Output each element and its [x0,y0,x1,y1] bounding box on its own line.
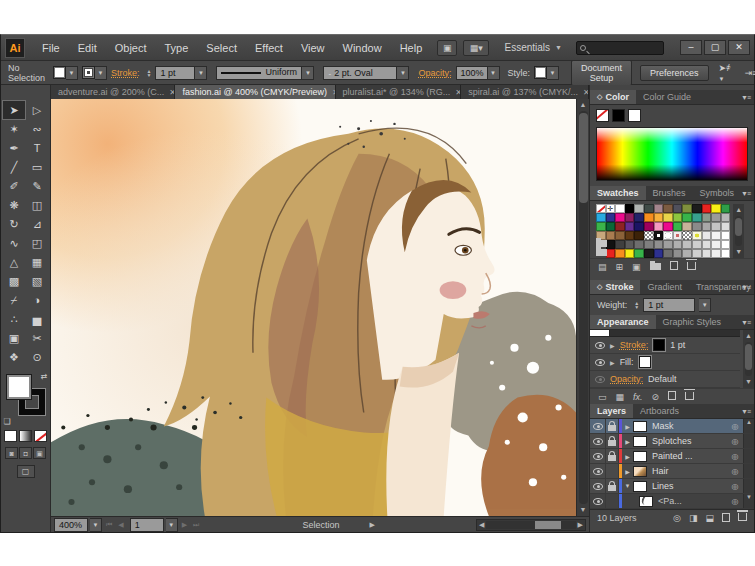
status-menu-icon[interactable]: ▶ [370,521,375,529]
brush-definition-control[interactable]: Uniform▼ [216,66,314,80]
swatch[interactable] [654,213,664,222]
canvas[interactable] [51,99,576,516]
swatch-pattern[interactable] [673,231,683,240]
layer-thumbnail[interactable] [633,466,647,477]
fill-stroke-indicator[interactable]: ⇄ ❏ [4,372,48,426]
swatch[interactable] [615,249,625,258]
blob-brush-tool[interactable]: ❋ [3,196,25,214]
swatch[interactable] [721,213,731,222]
swatch[interactable] [615,240,625,249]
layer-name[interactable]: <Pa... [658,496,727,506]
menu-item-view[interactable]: View [292,36,334,60]
locate-object-icon[interactable]: ◎ [673,513,681,523]
swatch[interactable] [721,249,731,258]
swatch[interactable] [711,231,721,240]
document-tab[interactable]: fashion.ai @ 400% (CMYK/Preview)✕ [175,85,335,99]
swatches-scrollbar[interactable]: ▲▼ [733,204,744,258]
clear-appearance-icon[interactable]: ⊘ [652,392,660,402]
panel-menu-icon[interactable]: ▼≡ [741,319,750,326]
swatch[interactable] [711,249,721,258]
document-tab[interactable]: spiral.ai @ 137% (CMYK/...✕ [461,85,589,99]
appearance-row[interactable]: Opacity:Default [590,371,740,388]
gradient-mode-button[interactable] [19,430,32,442]
perspective-grid-tool[interactable]: ▦ [26,253,48,271]
swatch-none[interactable] [596,204,606,213]
delete-item-icon[interactable] [685,392,694,402]
layer-name[interactable]: Lines [652,481,727,491]
arrange-documents-icon[interactable]: ▦▾ [463,40,489,56]
paintbrush-tool[interactable]: ✐ [3,177,25,195]
lock-cell[interactable] [606,464,619,478]
target-icon[interactable]: ◎ [727,437,743,446]
expand-icon[interactable]: ▶ [622,468,633,475]
column-graph-tool[interactable]: ▅ [26,310,48,328]
maximize-button[interactable]: ▢ [704,40,726,55]
duplicate-item-icon[interactable] [668,391,676,402]
last-artboard-icon[interactable]: ⏭ [191,521,201,529]
new-sublayer-icon[interactable]: ⬓ [705,513,714,523]
swatch-libraries-menu-icon[interactable]: ▤ [598,262,607,272]
menu-item-object[interactable]: Object [106,36,156,60]
draw-behind-button[interactable]: ◘ [19,447,32,459]
layer-row[interactable]: ▼Lines◎ [590,479,754,494]
preferences-button[interactable]: Preferences [640,65,709,81]
tab-color[interactable]: Color [590,90,636,104]
collapse-control-bar-icon[interactable]: ⇥≡ [745,68,755,78]
swatch[interactable] [682,249,692,258]
color-spectrum[interactable] [596,127,748,181]
swatch[interactable] [682,204,692,213]
swatch[interactable] [682,222,692,231]
swatch-pattern[interactable] [682,231,692,240]
swatch[interactable] [673,213,683,222]
swatch[interactable] [634,204,644,213]
swatch-pattern[interactable] [692,231,702,240]
tab-color-guide[interactable]: Color Guide [636,90,698,104]
add-new-fill-icon[interactable]: ▦ [616,392,625,402]
type-tool[interactable]: T [26,139,48,157]
target-icon[interactable]: ◎ [727,422,743,431]
color-trio-swatch[interactable] [628,109,641,122]
swatch[interactable] [625,213,635,222]
tab-graphic-styles[interactable]: Graphic Styles [656,315,729,329]
color-mode-button[interactable] [4,430,17,442]
vertical-scroll-track[interactable] [579,111,588,504]
swatch[interactable] [634,213,644,222]
layer-row[interactable]: <Pa...◎▼ [590,494,754,509]
stroke-color-control[interactable]: ▼ [82,66,107,80]
tab-stroke[interactable]: Stroke [590,280,640,294]
add-new-stroke-icon[interactable]: ▭ [598,392,607,402]
swatch[interactable] [673,240,683,249]
swatch[interactable] [682,213,692,222]
layer-row[interactable]: ▶Splotches◎ [590,434,754,449]
go-to-bridge-icon[interactable]: ▣ [437,40,457,56]
make-clipping-mask-icon[interactable]: ◨ [689,513,698,523]
delete-selection-icon[interactable] [738,513,747,523]
swatch[interactable] [721,204,731,213]
tab-layers[interactable]: Layers [590,404,633,418]
eyedropper-tool[interactable]: ⌿ [3,291,25,309]
layer-thumbnail[interactable] [633,436,647,447]
mesh-tool[interactable]: ▩ [3,272,25,290]
swatch[interactable] [615,213,625,222]
layer-thumbnail[interactable] [633,421,647,432]
appearance-swatch[interactable] [639,356,651,368]
swatch[interactable] [663,249,673,258]
target-icon[interactable]: ◎ [727,482,743,491]
visibility-cell[interactable] [590,479,606,493]
horizontal-scrollbar[interactable]: ◀ ▶ [476,519,586,531]
swatch[interactable] [625,222,635,231]
swatch[interactable] [721,222,731,231]
eraser-tool[interactable]: ◫ [26,196,48,214]
expand-icon[interactable]: ▼ [622,483,633,489]
appearance-row[interactable]: ▶Fill: [590,354,740,371]
swatch[interactable] [615,204,625,213]
none-mode-button[interactable] [34,430,47,442]
lock-cell[interactable] [606,434,619,448]
first-artboard-icon[interactable]: ⏮ [104,521,114,529]
menu-item-effect[interactable]: Effect [246,36,292,60]
layers-scroll-gutter[interactable]: ▲ [743,419,754,433]
stroke-weight-control[interactable]: 1 pt▼ [155,66,207,80]
visibility-eye-icon[interactable] [595,376,605,383]
layer-row[interactable]: ▶Painted ...◎ [590,449,754,464]
swatch[interactable] [711,240,721,249]
